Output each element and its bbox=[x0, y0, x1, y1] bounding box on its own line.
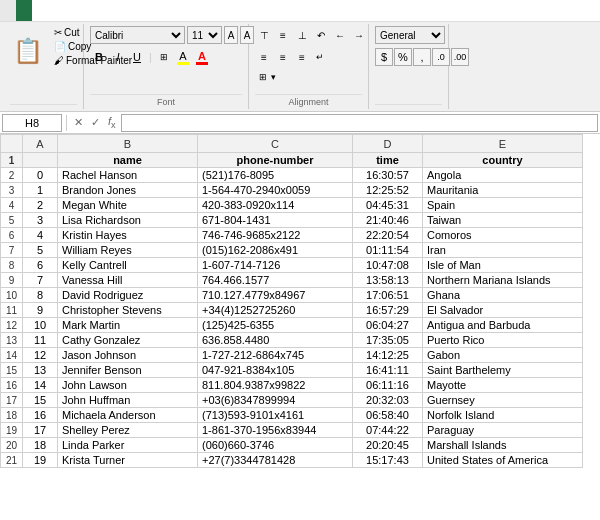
align-left-button[interactable]: ≡ bbox=[255, 48, 273, 66]
cell-d[interactable]: 17:35:05 bbox=[353, 333, 423, 348]
cell-b[interactable]: Christopher Stevens bbox=[58, 303, 198, 318]
cell-a[interactable] bbox=[23, 153, 58, 168]
cell-c[interactable]: (060)660-3746 bbox=[198, 438, 353, 453]
cell-d[interactable]: 12:25:52 bbox=[353, 183, 423, 198]
menu-view[interactable] bbox=[112, 0, 128, 21]
cell-c[interactable]: (015)162-2086x491 bbox=[198, 243, 353, 258]
text-direction-button[interactable]: ↶ bbox=[312, 26, 330, 44]
align-middle-button[interactable]: ≡ bbox=[274, 26, 292, 44]
cell-b[interactable]: Megan White bbox=[58, 198, 198, 213]
cell-d[interactable]: 13:58:13 bbox=[353, 273, 423, 288]
menu-insert[interactable] bbox=[32, 0, 48, 21]
number-format-select[interactable]: General bbox=[375, 26, 445, 44]
cell-a[interactable]: 17 bbox=[23, 423, 58, 438]
cell-c[interactable]: 764.466.1577 bbox=[198, 273, 353, 288]
cell-c[interactable]: 1-727-212-6864x745 bbox=[198, 348, 353, 363]
cancel-formula-icon[interactable]: ✕ bbox=[71, 116, 86, 129]
cell-d[interactable]: 17:06:51 bbox=[353, 288, 423, 303]
underline-button[interactable]: U bbox=[128, 48, 146, 66]
italic-button[interactable]: I bbox=[109, 48, 127, 66]
decimal-decrease-button[interactable]: .00 bbox=[451, 48, 469, 66]
insert-function-icon[interactable]: fx bbox=[105, 115, 119, 130]
cell-b[interactable]: Brandon Jones bbox=[58, 183, 198, 198]
cell-e[interactable]: Angola bbox=[423, 168, 583, 183]
cell-d[interactable]: 20:20:45 bbox=[353, 438, 423, 453]
cell-c[interactable]: +34(4)1252725260 bbox=[198, 303, 353, 318]
comma-button[interactable]: , bbox=[413, 48, 431, 66]
cell-b[interactable]: John Lawson bbox=[58, 378, 198, 393]
col-header-e[interactable]: E bbox=[423, 135, 583, 153]
menu-data[interactable] bbox=[80, 0, 96, 21]
merge-center-button[interactable]: ⊞ ▾ bbox=[255, 70, 280, 84]
cell-e[interactable]: Taiwan bbox=[423, 213, 583, 228]
menu-addins[interactable] bbox=[128, 0, 144, 21]
cell-b[interactable]: Mark Martin bbox=[58, 318, 198, 333]
cell-c[interactable]: +03(6)8347899994 bbox=[198, 393, 353, 408]
cell-c[interactable]: 047-921-8384x105 bbox=[198, 363, 353, 378]
decimal-increase-button[interactable]: .0 bbox=[432, 48, 450, 66]
menu-file[interactable] bbox=[0, 0, 16, 21]
cell-b[interactable]: Jennifer Benson bbox=[58, 363, 198, 378]
cell-a[interactable]: 0 bbox=[23, 168, 58, 183]
fill-color-button[interactable]: A bbox=[174, 48, 192, 66]
cell-a[interactable]: 6 bbox=[23, 258, 58, 273]
font-size-select[interactable]: 11 bbox=[187, 26, 222, 44]
cell-e[interactable]: Northern Mariana Islands bbox=[423, 273, 583, 288]
cell-b[interactable]: Kristin Hayes bbox=[58, 228, 198, 243]
cell-c[interactable]: 636.858.4480 bbox=[198, 333, 353, 348]
cell-e[interactable]: El Salvador bbox=[423, 303, 583, 318]
cell-c[interactable]: 420-383-0920x114 bbox=[198, 198, 353, 213]
align-right-button[interactable]: ≡ bbox=[293, 48, 311, 66]
menu-powerpivot[interactable] bbox=[144, 0, 160, 21]
cell-e[interactable]: Mauritania bbox=[423, 183, 583, 198]
cell-d[interactable]: 01:11:54 bbox=[353, 243, 423, 258]
cell-a[interactable]: 13 bbox=[23, 363, 58, 378]
menu-formulas[interactable] bbox=[64, 0, 80, 21]
align-top-button[interactable]: ⊤ bbox=[255, 26, 273, 44]
cell-c[interactable]: 1-861-370-1956x83944 bbox=[198, 423, 353, 438]
cell-b[interactable]: Vanessa Hill bbox=[58, 273, 198, 288]
cell-e[interactable]: Paraguay bbox=[423, 423, 583, 438]
cell-e[interactable]: Saint Barthelemy bbox=[423, 363, 583, 378]
font-size-increase[interactable]: A bbox=[224, 26, 238, 44]
cell-a[interactable]: 5 bbox=[23, 243, 58, 258]
align-bottom-button[interactable]: ⊥ bbox=[293, 26, 311, 44]
bold-button[interactable]: B bbox=[90, 48, 108, 66]
cell-a[interactable]: 14 bbox=[23, 378, 58, 393]
cell-c[interactable]: (713)593-9101x4161 bbox=[198, 408, 353, 423]
cell-a[interactable]: 8 bbox=[23, 288, 58, 303]
cell-b[interactable]: William Reyes bbox=[58, 243, 198, 258]
cell-a[interactable]: 1 bbox=[23, 183, 58, 198]
cell-reference-input[interactable] bbox=[2, 114, 62, 132]
cell-c[interactable]: 1-564-470-2940x0059 bbox=[198, 183, 353, 198]
cell-e[interactable]: Puerto Rico bbox=[423, 333, 583, 348]
menu-page-layout[interactable] bbox=[48, 0, 64, 21]
cell-b[interactable]: Kelly Cantrell bbox=[58, 258, 198, 273]
cell-b[interactable]: Krista Turner bbox=[58, 453, 198, 468]
cell-b[interactable]: Rachel Hanson bbox=[58, 168, 198, 183]
cell-d[interactable]: 21:40:46 bbox=[353, 213, 423, 228]
percent-button[interactable]: % bbox=[394, 48, 412, 66]
cell-b[interactable]: John Huffman bbox=[58, 393, 198, 408]
menu-team[interactable] bbox=[160, 0, 176, 21]
cell-e[interactable]: United States of America bbox=[423, 453, 583, 468]
cell-d[interactable]: 06:11:16 bbox=[353, 378, 423, 393]
cell-a[interactable]: 4 bbox=[23, 228, 58, 243]
cell-c[interactable]: +27(7)3344781428 bbox=[198, 453, 353, 468]
indent-increase-button[interactable]: → bbox=[350, 26, 368, 44]
spreadsheet[interactable]: A B C D E 1namephone-numbertimecountry20… bbox=[0, 134, 600, 520]
cell-e[interactable]: Mayotte bbox=[423, 378, 583, 393]
cell-e[interactable]: Spain bbox=[423, 198, 583, 213]
cell-d[interactable]: 16:41:11 bbox=[353, 363, 423, 378]
cell-b[interactable]: Shelley Perez bbox=[58, 423, 198, 438]
cell-e[interactable]: Comoros bbox=[423, 228, 583, 243]
cell-d[interactable]: 22:20:54 bbox=[353, 228, 423, 243]
cell-c[interactable]: 710.127.4779x84967 bbox=[198, 288, 353, 303]
menu-review[interactable] bbox=[96, 0, 112, 21]
cell-c[interactable]: (125)425-6355 bbox=[198, 318, 353, 333]
cell-b[interactable]: Lisa Richardson bbox=[58, 213, 198, 228]
cell-d[interactable]: 06:04:27 bbox=[353, 318, 423, 333]
cell-a[interactable]: 19 bbox=[23, 453, 58, 468]
cell-e[interactable]: Guernsey bbox=[423, 393, 583, 408]
cell-e[interactable]: Gabon bbox=[423, 348, 583, 363]
